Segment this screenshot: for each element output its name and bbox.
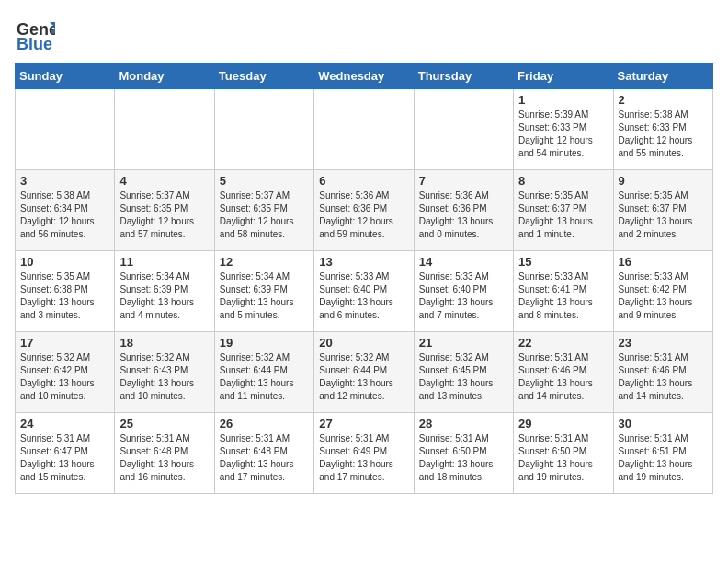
day-info: Sunrise: 5:33 AM Sunset: 6:41 PM Dayligh… (518, 270, 608, 322)
calendar-cell: 17Sunrise: 5:32 AM Sunset: 6:42 PM Dayli… (16, 332, 115, 413)
calendar-table: SundayMondayTuesdayWednesdayThursdayFrid… (15, 63, 713, 494)
calendar-cell: 15Sunrise: 5:33 AM Sunset: 6:41 PM Dayli… (514, 251, 613, 332)
calendar-cell (16, 89, 115, 170)
day-number: 30 (619, 417, 708, 431)
column-header-sunday: Sunday (16, 63, 115, 89)
day-number: 20 (319, 336, 408, 350)
day-info: Sunrise: 5:31 AM Sunset: 6:50 PM Dayligh… (518, 432, 608, 484)
calendar-cell: 20Sunrise: 5:32 AM Sunset: 6:44 PM Dayli… (314, 332, 414, 413)
logo-icon: General Blue (15, 15, 55, 55)
week-row-1: 1Sunrise: 5:39 AM Sunset: 6:33 PM Daylig… (16, 89, 713, 170)
day-number: 25 (119, 417, 209, 431)
column-header-monday: Monday (115, 63, 214, 89)
column-header-thursday: Thursday (414, 63, 513, 89)
calendar-cell: 26Sunrise: 5:31 AM Sunset: 6:48 PM Dayli… (214, 413, 313, 494)
day-info: Sunrise: 5:35 AM Sunset: 6:38 PM Dayligh… (20, 270, 109, 322)
week-row-3: 10Sunrise: 5:35 AM Sunset: 6:38 PM Dayli… (16, 251, 713, 332)
day-info: Sunrise: 5:31 AM Sunset: 6:47 PM Dayligh… (20, 432, 109, 484)
day-number: 13 (319, 255, 408, 269)
day-info: Sunrise: 5:31 AM Sunset: 6:50 PM Dayligh… (419, 432, 508, 484)
logo: General Blue (15, 15, 55, 55)
day-info: Sunrise: 5:35 AM Sunset: 6:37 PM Dayligh… (518, 190, 608, 241)
calendar-cell: 30Sunrise: 5:31 AM Sunset: 6:51 PM Dayli… (613, 413, 712, 494)
day-info: Sunrise: 5:33 AM Sunset: 6:40 PM Dayligh… (419, 270, 508, 322)
day-info: Sunrise: 5:32 AM Sunset: 6:44 PM Dayligh… (220, 351, 309, 403)
calendar-cell: 14Sunrise: 5:33 AM Sunset: 6:40 PM Dayli… (414, 251, 513, 332)
day-number: 8 (518, 174, 608, 188)
calendar-cell: 24Sunrise: 5:31 AM Sunset: 6:47 PM Dayli… (16, 413, 115, 494)
day-info: Sunrise: 5:39 AM Sunset: 6:33 PM Dayligh… (518, 109, 608, 160)
day-info: Sunrise: 5:32 AM Sunset: 6:45 PM Dayligh… (419, 351, 508, 403)
calendar-cell: 1Sunrise: 5:39 AM Sunset: 6:33 PM Daylig… (514, 89, 613, 170)
column-header-saturday: Saturday (613, 63, 712, 89)
calendar-cell: 4Sunrise: 5:37 AM Sunset: 6:35 PM Daylig… (115, 170, 214, 251)
day-number: 17 (20, 336, 109, 350)
column-header-tuesday: Tuesday (214, 63, 313, 89)
day-number: 22 (518, 336, 608, 350)
day-info: Sunrise: 5:38 AM Sunset: 6:34 PM Dayligh… (20, 190, 109, 241)
calendar-cell: 21Sunrise: 5:32 AM Sunset: 6:45 PM Dayli… (414, 332, 513, 413)
calendar-cell (115, 89, 214, 170)
day-number: 29 (518, 417, 608, 431)
calendar-cell: 18Sunrise: 5:32 AM Sunset: 6:43 PM Dayli… (115, 332, 214, 413)
calendar-cell: 7Sunrise: 5:36 AM Sunset: 6:36 PM Daylig… (414, 170, 513, 251)
calendar-cell (314, 89, 414, 170)
calendar-cell: 19Sunrise: 5:32 AM Sunset: 6:44 PM Dayli… (214, 332, 313, 413)
day-info: Sunrise: 5:32 AM Sunset: 6:42 PM Dayligh… (20, 351, 109, 403)
page-header: General Blue (15, 15, 713, 55)
calendar-cell: 16Sunrise: 5:33 AM Sunset: 6:42 PM Dayli… (613, 251, 712, 332)
day-info: Sunrise: 5:31 AM Sunset: 6:49 PM Dayligh… (319, 432, 408, 484)
day-info: Sunrise: 5:37 AM Sunset: 6:35 PM Dayligh… (119, 190, 209, 241)
day-number: 4 (119, 174, 209, 188)
calendar-cell: 10Sunrise: 5:35 AM Sunset: 6:38 PM Dayli… (16, 251, 115, 332)
day-number: 12 (220, 255, 309, 269)
calendar-cell: 22Sunrise: 5:31 AM Sunset: 6:46 PM Dayli… (514, 332, 613, 413)
day-info: Sunrise: 5:31 AM Sunset: 6:48 PM Dayligh… (220, 432, 309, 484)
calendar-cell (214, 89, 313, 170)
day-info: Sunrise: 5:36 AM Sunset: 6:36 PM Dayligh… (419, 190, 508, 241)
day-info: Sunrise: 5:34 AM Sunset: 6:39 PM Dayligh… (220, 270, 309, 322)
column-header-friday: Friday (514, 63, 613, 89)
calendar-cell: 8Sunrise: 5:35 AM Sunset: 6:37 PM Daylig… (514, 170, 613, 251)
calendar-header-row: SundayMondayTuesdayWednesdayThursdayFrid… (16, 63, 713, 89)
calendar-cell: 12Sunrise: 5:34 AM Sunset: 6:39 PM Dayli… (214, 251, 313, 332)
day-info: Sunrise: 5:31 AM Sunset: 6:48 PM Dayligh… (119, 432, 209, 484)
day-info: Sunrise: 5:32 AM Sunset: 6:43 PM Dayligh… (119, 351, 209, 403)
week-row-4: 17Sunrise: 5:32 AM Sunset: 6:42 PM Dayli… (16, 332, 713, 413)
calendar-cell: 3Sunrise: 5:38 AM Sunset: 6:34 PM Daylig… (16, 170, 115, 251)
day-number: 16 (619, 255, 708, 269)
day-number: 27 (319, 417, 408, 431)
week-row-5: 24Sunrise: 5:31 AM Sunset: 6:47 PM Dayli… (16, 413, 713, 494)
calendar-cell: 13Sunrise: 5:33 AM Sunset: 6:40 PM Dayli… (314, 251, 414, 332)
day-info: Sunrise: 5:31 AM Sunset: 6:46 PM Dayligh… (518, 351, 608, 403)
calendar-cell: 25Sunrise: 5:31 AM Sunset: 6:48 PM Dayli… (115, 413, 214, 494)
day-info: Sunrise: 5:35 AM Sunset: 6:37 PM Dayligh… (619, 190, 708, 241)
day-info: Sunrise: 5:33 AM Sunset: 6:42 PM Dayligh… (619, 270, 708, 322)
day-number: 10 (20, 255, 109, 269)
day-number: 5 (220, 174, 309, 188)
svg-text:Blue: Blue (17, 35, 52, 53)
calendar-cell: 29Sunrise: 5:31 AM Sunset: 6:50 PM Dayli… (514, 413, 613, 494)
day-number: 9 (619, 174, 708, 188)
day-number: 23 (619, 336, 708, 350)
week-row-2: 3Sunrise: 5:38 AM Sunset: 6:34 PM Daylig… (16, 170, 713, 251)
day-number: 7 (419, 174, 508, 188)
day-number: 11 (119, 255, 209, 269)
day-info: Sunrise: 5:36 AM Sunset: 6:36 PM Dayligh… (319, 190, 408, 241)
calendar-cell: 27Sunrise: 5:31 AM Sunset: 6:49 PM Dayli… (314, 413, 414, 494)
column-header-wednesday: Wednesday (314, 63, 414, 89)
calendar-cell: 28Sunrise: 5:31 AM Sunset: 6:50 PM Dayli… (414, 413, 513, 494)
day-info: Sunrise: 5:31 AM Sunset: 6:46 PM Dayligh… (619, 351, 708, 403)
day-info: Sunrise: 5:34 AM Sunset: 6:39 PM Dayligh… (119, 270, 209, 322)
calendar-cell: 23Sunrise: 5:31 AM Sunset: 6:46 PM Dayli… (613, 332, 712, 413)
day-info: Sunrise: 5:38 AM Sunset: 6:33 PM Dayligh… (619, 109, 708, 160)
day-number: 1 (518, 93, 608, 107)
day-number: 6 (319, 174, 408, 188)
calendar-cell: 11Sunrise: 5:34 AM Sunset: 6:39 PM Dayli… (115, 251, 214, 332)
day-number: 28 (419, 417, 508, 431)
day-number: 15 (518, 255, 608, 269)
day-number: 19 (220, 336, 309, 350)
calendar-cell: 2Sunrise: 5:38 AM Sunset: 6:33 PM Daylig… (613, 89, 712, 170)
day-number: 26 (220, 417, 309, 431)
day-info: Sunrise: 5:31 AM Sunset: 6:51 PM Dayligh… (619, 432, 708, 484)
